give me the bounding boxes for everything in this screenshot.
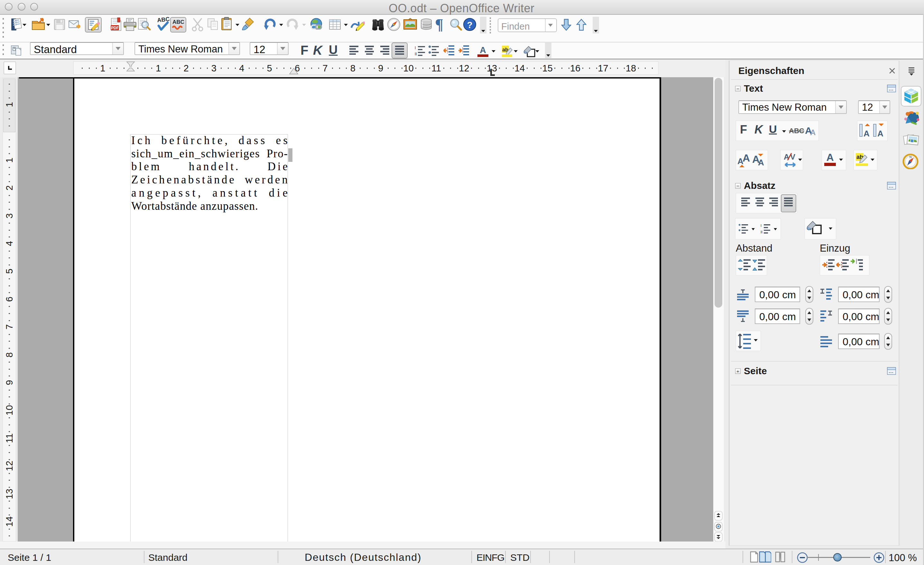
- svg-text:¶: ¶: [435, 17, 443, 31]
- svg-text:A: A: [480, 45, 486, 55]
- svg-text:N: N: [909, 156, 912, 159]
- svg-text:A: A: [758, 158, 764, 167]
- svg-text:I: I: [415, 46, 416, 50]
- svg-text:A: A: [864, 129, 870, 138]
- svg-text:?: ?: [467, 20, 472, 30]
- svg-text:A: A: [826, 151, 834, 163]
- svg-text:A: A: [742, 153, 750, 164]
- svg-text:A: A: [810, 128, 816, 136]
- svg-text:ABC: ABC: [172, 19, 184, 25]
- svg-text:A: A: [784, 153, 789, 161]
- svg-text:A: A: [878, 129, 884, 138]
- svg-text:II: II: [415, 52, 417, 56]
- svg-text:PDF: PDF: [111, 26, 119, 30]
- svg-text:II: II: [760, 230, 762, 234]
- svg-text:I: I: [760, 223, 762, 228]
